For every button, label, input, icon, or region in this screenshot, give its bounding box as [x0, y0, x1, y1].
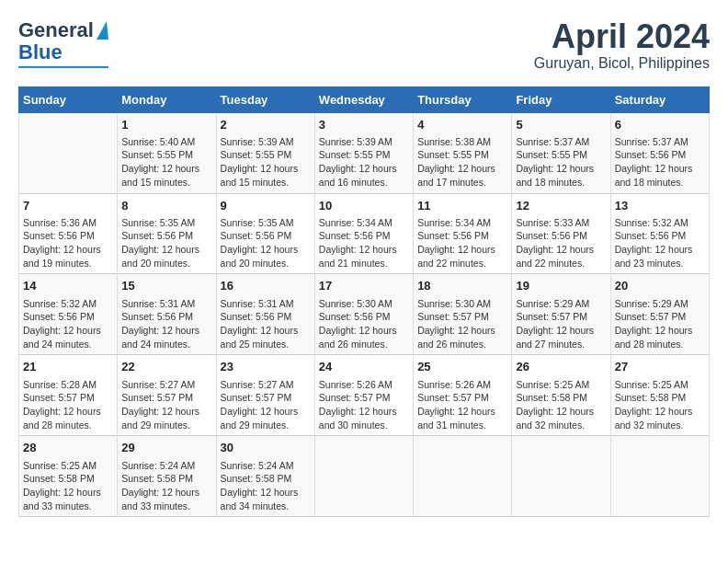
calendar-cell: 26Sunrise: 5:25 AM Sunset: 5:58 PM Dayli… [512, 355, 610, 436]
day-number: 2 [221, 117, 311, 133]
day-number: 18 [417, 278, 507, 294]
calendar-cell: 19Sunrise: 5:29 AM Sunset: 5:57 PM Dayli… [512, 274, 610, 355]
day-number: 16 [221, 278, 311, 294]
day-info: Sunrise: 5:37 AM Sunset: 5:55 PM Dayligh… [516, 135, 606, 190]
logo: General Blue [18, 18, 108, 68]
calendar-cell: 30Sunrise: 5:24 AM Sunset: 5:58 PM Dayli… [216, 436, 314, 517]
day-number: 27 [615, 359, 705, 375]
column-header-monday: Monday [118, 86, 216, 112]
page-header: General Blue April 2024 Guruyan, Bicol, … [18, 18, 710, 72]
calendar-cell: 6Sunrise: 5:37 AM Sunset: 5:56 PM Daylig… [610, 112, 709, 193]
day-info: Sunrise: 5:26 AM Sunset: 5:57 PM Dayligh… [417, 378, 507, 432]
calendar-cell: 24Sunrise: 5:26 AM Sunset: 5:57 PM Dayli… [314, 355, 413, 436]
location-title: Guruyan, Bicol, Philippines [534, 55, 710, 72]
calendar-cell [610, 436, 709, 517]
day-number: 23 [221, 359, 311, 375]
day-number: 6 [615, 117, 705, 133]
day-number: 13 [615, 198, 705, 214]
calendar-cell: 12Sunrise: 5:33 AM Sunset: 5:56 PM Dayli… [512, 193, 610, 274]
day-number: 21 [23, 359, 113, 375]
day-info: Sunrise: 5:36 AM Sunset: 5:56 PM Dayligh… [23, 216, 113, 270]
day-info: Sunrise: 5:29 AM Sunset: 5:57 PM Dayligh… [615, 297, 705, 351]
calendar-cell: 23Sunrise: 5:27 AM Sunset: 5:57 PM Dayli… [216, 355, 314, 436]
day-number: 14 [23, 278, 113, 294]
column-header-wednesday: Wednesday [314, 86, 413, 112]
calendar-cell: 29Sunrise: 5:24 AM Sunset: 5:58 PM Dayli… [118, 436, 216, 517]
day-number: 28 [23, 440, 113, 456]
logo-blue: Blue [18, 40, 63, 64]
calendar-cell: 10Sunrise: 5:34 AM Sunset: 5:56 PM Dayli… [314, 193, 413, 274]
calendar-table: SundayMondayTuesdayWednesdayThursdayFrid… [18, 86, 710, 518]
calendar-cell: 13Sunrise: 5:32 AM Sunset: 5:56 PM Dayli… [610, 193, 709, 274]
title-section: April 2024 Guruyan, Bicol, Philippines [534, 18, 710, 72]
day-number: 11 [417, 198, 507, 214]
week-row-3: 14Sunrise: 5:32 AM Sunset: 5:56 PM Dayli… [19, 274, 710, 355]
calendar-cell: 5Sunrise: 5:37 AM Sunset: 5:55 PM Daylig… [512, 112, 610, 193]
day-number: 26 [516, 359, 606, 375]
calendar-cell: 1Sunrise: 5:40 AM Sunset: 5:55 PM Daylig… [118, 112, 216, 193]
day-info: Sunrise: 5:37 AM Sunset: 5:56 PM Dayligh… [615, 135, 705, 190]
day-number: 5 [516, 117, 606, 133]
day-number: 30 [221, 440, 311, 456]
day-info: Sunrise: 5:40 AM Sunset: 5:55 PM Dayligh… [121, 135, 211, 190]
day-number: 29 [121, 440, 211, 456]
week-row-2: 7Sunrise: 5:36 AM Sunset: 5:56 PM Daylig… [19, 193, 710, 274]
day-info: Sunrise: 5:32 AM Sunset: 5:56 PM Dayligh… [615, 216, 705, 270]
day-info: Sunrise: 5:38 AM Sunset: 5:55 PM Dayligh… [417, 135, 507, 190]
day-info: Sunrise: 5:39 AM Sunset: 5:55 PM Dayligh… [221, 135, 311, 190]
week-row-4: 21Sunrise: 5:28 AM Sunset: 5:57 PM Dayli… [19, 355, 710, 436]
day-number: 15 [121, 278, 211, 294]
calendar-cell: 2Sunrise: 5:39 AM Sunset: 5:55 PM Daylig… [216, 112, 314, 193]
day-info: Sunrise: 5:27 AM Sunset: 5:57 PM Dayligh… [221, 378, 311, 432]
calendar-cell: 28Sunrise: 5:25 AM Sunset: 5:58 PM Dayli… [19, 436, 118, 517]
day-number: 17 [319, 278, 409, 294]
day-number: 20 [615, 278, 705, 294]
column-header-thursday: Thursday [414, 86, 512, 112]
calendar-cell: 8Sunrise: 5:35 AM Sunset: 5:56 PM Daylig… [118, 193, 216, 274]
day-info: Sunrise: 5:34 AM Sunset: 5:56 PM Dayligh… [417, 216, 507, 270]
day-number: 1 [121, 117, 211, 133]
day-info: Sunrise: 5:25 AM Sunset: 5:58 PM Dayligh… [516, 378, 606, 432]
day-number: 10 [319, 198, 409, 214]
week-row-1: 1Sunrise: 5:40 AM Sunset: 5:55 PM Daylig… [19, 112, 710, 193]
calendar-cell: 27Sunrise: 5:25 AM Sunset: 5:58 PM Dayli… [610, 355, 709, 436]
day-info: Sunrise: 5:39 AM Sunset: 5:55 PM Dayligh… [319, 135, 409, 190]
logo-underline [18, 66, 108, 68]
day-info: Sunrise: 5:34 AM Sunset: 5:56 PM Dayligh… [319, 216, 409, 270]
calendar-cell: 25Sunrise: 5:26 AM Sunset: 5:57 PM Dayli… [414, 355, 512, 436]
calendar-cell: 9Sunrise: 5:35 AM Sunset: 5:56 PM Daylig… [216, 193, 314, 274]
calendar-cell: 22Sunrise: 5:27 AM Sunset: 5:57 PM Dayli… [118, 355, 216, 436]
day-info: Sunrise: 5:30 AM Sunset: 5:57 PM Dayligh… [417, 297, 507, 351]
calendar-cell [512, 436, 610, 517]
day-number: 19 [516, 278, 606, 294]
day-info: Sunrise: 5:31 AM Sunset: 5:56 PM Dayligh… [221, 297, 311, 351]
calendar-cell: 3Sunrise: 5:39 AM Sunset: 5:55 PM Daylig… [314, 112, 413, 193]
calendar-cell: 18Sunrise: 5:30 AM Sunset: 5:57 PM Dayli… [414, 274, 512, 355]
day-info: Sunrise: 5:29 AM Sunset: 5:57 PM Dayligh… [516, 297, 606, 351]
week-row-5: 28Sunrise: 5:25 AM Sunset: 5:58 PM Dayli… [19, 436, 710, 517]
day-info: Sunrise: 5:33 AM Sunset: 5:56 PM Dayligh… [516, 216, 606, 270]
calendar-cell: 7Sunrise: 5:36 AM Sunset: 5:56 PM Daylig… [19, 193, 118, 274]
day-info: Sunrise: 5:26 AM Sunset: 5:57 PM Dayligh… [319, 378, 409, 432]
column-header-saturday: Saturday [610, 86, 709, 112]
calendar-cell: 21Sunrise: 5:28 AM Sunset: 5:57 PM Dayli… [19, 355, 118, 436]
day-info: Sunrise: 5:31 AM Sunset: 5:56 PM Dayligh… [121, 297, 211, 351]
calendar-cell: 17Sunrise: 5:30 AM Sunset: 5:56 PM Dayli… [314, 274, 413, 355]
calendar-header: SundayMondayTuesdayWednesdayThursdayFrid… [19, 86, 710, 112]
day-info: Sunrise: 5:28 AM Sunset: 5:57 PM Dayligh… [23, 378, 113, 432]
month-title: April 2024 [534, 18, 710, 55]
day-info: Sunrise: 5:35 AM Sunset: 5:56 PM Dayligh… [221, 216, 311, 270]
logo-general: General [18, 18, 94, 42]
calendar-cell: 4Sunrise: 5:38 AM Sunset: 5:55 PM Daylig… [414, 112, 512, 193]
day-number: 25 [417, 359, 507, 375]
day-number: 8 [121, 198, 211, 214]
day-number: 24 [319, 359, 409, 375]
header-row: SundayMondayTuesdayWednesdayThursdayFrid… [19, 86, 710, 112]
column-header-sunday: Sunday [19, 86, 118, 112]
day-info: Sunrise: 5:24 AM Sunset: 5:58 PM Dayligh… [221, 459, 311, 513]
calendar-cell [314, 436, 413, 517]
logo-arrow-icon [97, 21, 108, 40]
calendar-body: 1Sunrise: 5:40 AM Sunset: 5:55 PM Daylig… [19, 112, 710, 517]
day-number: 9 [221, 198, 311, 214]
day-info: Sunrise: 5:25 AM Sunset: 5:58 PM Dayligh… [23, 459, 113, 513]
